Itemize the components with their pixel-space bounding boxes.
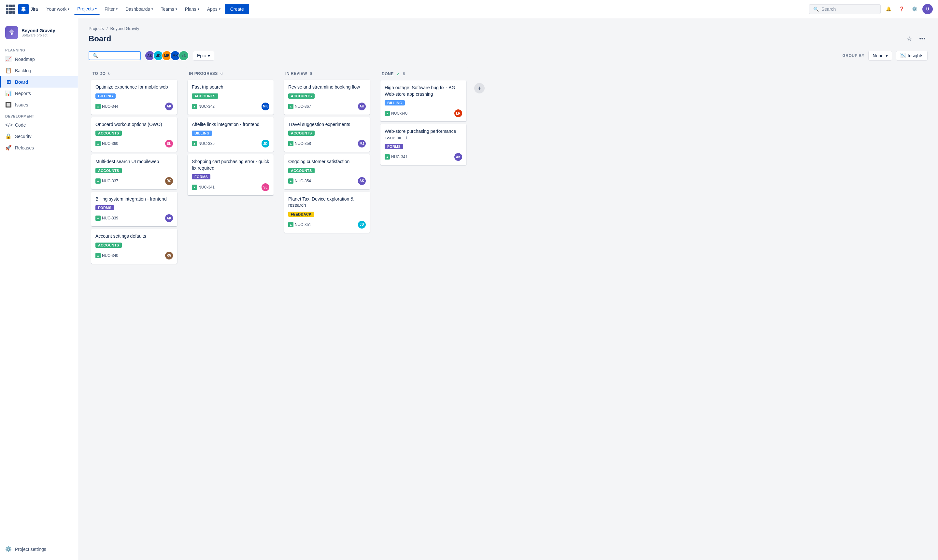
jira-logo[interactable]: Jira <box>18 4 38 14</box>
toolbar-right: GROUP BY None ▾ 📉 Insights <box>842 51 927 60</box>
card-avatar: AK <box>165 103 173 110</box>
board-search-input[interactable] <box>100 53 137 58</box>
sidebar-item-security[interactable]: 🔒 Security <box>0 131 78 142</box>
card-nuc-367[interactable]: Revise and streamline booking flow ACCOU… <box>284 80 370 115</box>
group-by-value: None <box>873 53 883 58</box>
sidebar-item-roadmap[interactable]: 📈 Roadmap <box>0 53 78 65</box>
insights-button[interactable]: 📉 Insights <box>896 51 927 60</box>
card-title: Ongoing customer satisfaction <box>288 158 366 165</box>
nav-teams[interactable]: Teams ▾ <box>158 4 180 14</box>
nav-plans[interactable]: Plans ▾ <box>182 4 203 14</box>
card-tag: ACCOUNTS <box>288 168 315 173</box>
breadcrumb-projects[interactable]: Projects <box>89 26 104 31</box>
card-issue: ▲ NUC-344 <box>95 104 118 109</box>
sidebar-item-backlog[interactable]: 📋 Backlog <box>0 65 78 76</box>
assignee-more[interactable]: +3 <box>179 51 189 61</box>
nav-projects[interactable]: Projects ▾ <box>74 3 100 15</box>
card-title: Shopping cart purchasing error - quick f… <box>192 158 270 171</box>
card-avatar: RG <box>165 177 173 185</box>
card-issue: ▲ NUC-358 <box>288 141 311 146</box>
nav-yourwork[interactable]: Your work ▾ <box>43 4 73 14</box>
issue-icon: ▲ <box>95 141 101 146</box>
more-options-button[interactable]: ••• <box>917 34 927 44</box>
add-column-button[interactable]: + <box>474 83 485 94</box>
card-avatar: SL <box>262 183 270 191</box>
done-check-icon: ✓ <box>396 71 400 77</box>
settings-button[interactable]: ⚙️ <box>909 4 920 14</box>
card-issue: ▲ NUC-340 <box>385 111 407 116</box>
help-button[interactable]: ❓ <box>896 4 907 14</box>
sidebar-item-releases[interactable]: 🚀 Releases <box>0 142 78 153</box>
sidebar-item-code[interactable]: </> Code <box>0 120 78 131</box>
notifications-button[interactable]: 🔔 <box>883 4 894 14</box>
card-nuc-341-done[interactable]: Web-store purchasing performance issue f… <box>380 124 467 165</box>
chevron-down-icon: ▾ <box>95 7 97 11</box>
sidebar-label-project-settings: Project settings <box>15 547 46 552</box>
card-title: Multi-dest search UI mobileweb <box>95 158 173 165</box>
sidebar-item-project-settings[interactable]: ⚙️ Project settings <box>0 543 78 555</box>
card-nuc-340-done[interactable]: High outage: Software bug fix - BG Web-s… <box>380 80 467 122</box>
board-title: Board <box>89 34 111 43</box>
sidebar-item-board[interactable]: ⊞ Board <box>0 76 78 88</box>
issue-id: NUC-339 <box>102 216 118 220</box>
card-nuc-351[interactable]: Planet Taxi Device exploration & researc… <box>284 192 370 233</box>
issue-icon: ▲ <box>95 178 101 184</box>
card-nuc-337[interactable]: Multi-dest search UI mobileweb ACCOUNTS … <box>91 154 177 189</box>
epic-dropdown[interactable]: Epic ▾ <box>193 51 214 60</box>
card-footer: ▲ NUC-344 AK <box>95 103 173 110</box>
board-search[interactable]: 🔍 <box>89 51 141 60</box>
issue-icon: ▲ <box>288 222 293 227</box>
sidebar-item-reports[interactable]: 📊 Reports <box>0 88 78 99</box>
group-by-select[interactable]: None ▾ <box>868 51 892 60</box>
epic-chevron-icon: ▾ <box>208 53 210 58</box>
card-nuc-360[interactable]: Onboard workout options (OWO) ACCOUNTS ▲… <box>91 117 177 152</box>
issue-id: NUC-344 <box>102 104 118 109</box>
card-nuc-358[interactable]: Travel suggestion experiments ACCOUNTS ▲… <box>284 117 370 152</box>
card-avatar: AK <box>165 214 173 222</box>
breadcrumb-project-name[interactable]: Beyond Gravity <box>111 26 139 31</box>
user-avatar[interactable]: U <box>923 4 933 14</box>
card-tag: ACCOUNTS <box>192 94 218 98</box>
card-issue: ▲ NUC-367 <box>288 104 311 109</box>
board-header-actions: ☆ ••• <box>904 34 927 44</box>
card-nuc-354[interactable]: Ongoing customer satisfaction ACCOUNTS ▲… <box>284 154 370 189</box>
project-name: Beyond Gravity <box>22 28 55 33</box>
issue-id: NUC-360 <box>102 141 118 146</box>
sidebar-item-issues[interactable]: 🔲 Issues <box>0 99 78 110</box>
security-icon: 🔒 <box>5 133 12 139</box>
issue-icon: ▲ <box>95 104 101 109</box>
card-issue: ▲ NUC-337 <box>95 178 118 184</box>
nav-filter[interactable]: Filter ▾ <box>101 4 121 14</box>
nav-dashboards[interactable]: Dashboards ▾ <box>122 4 156 14</box>
card-tag: FORMS <box>95 205 114 210</box>
jira-logo-icon <box>18 4 29 14</box>
column-todo-title: TO DO <box>92 71 106 76</box>
card-footer: ▲ NUC-340 LR <box>385 109 462 117</box>
card-tag: ACCOUNTS <box>95 131 122 136</box>
card-title: Web-store purchasing performance issue f… <box>385 128 462 141</box>
search-bar[interactable]: 🔍 Search <box>809 4 881 14</box>
card-nuc-341-ip[interactable]: Shopping cart purchasing error - quick f… <box>188 154 274 195</box>
card-nuc-340-todo[interactable]: Account settings defaults ACCOUNTS ▲ NUC… <box>91 229 177 264</box>
project-settings-icon: ⚙️ <box>5 546 12 552</box>
issue-id: NUC-351 <box>295 222 311 227</box>
card-nuc-335[interactable]: Affelite links integration - frontend BI… <box>188 117 274 152</box>
card-nuc-344[interactable]: Optimize experience for mobile web BILLI… <box>91 80 177 115</box>
create-button[interactable]: Create <box>225 4 249 14</box>
card-title: Onboard workout options (OWO) <box>95 122 173 128</box>
planning-section-label: PLANNING <box>0 44 78 53</box>
star-button[interactable]: ☆ <box>904 34 915 44</box>
card-nuc-339[interactable]: Billing system integration - frontend FO… <box>91 192 177 227</box>
assignee-filter[interactable]: AK JD MB MK +3 <box>145 51 189 61</box>
apps-menu-button[interactable] <box>5 4 15 14</box>
chevron-down-icon: ▾ <box>219 7 220 11</box>
board-header: Board ☆ ••• <box>89 34 927 44</box>
card-nuc-342[interactable]: Fast trip search ACCOUNTS ▲ NUC-342 MK <box>188 80 274 115</box>
chevron-down-icon: ▾ <box>151 7 153 11</box>
issue-id: NUC-342 <box>198 104 215 109</box>
sidebar-label-security: Security <box>15 134 32 139</box>
nav-apps[interactable]: Apps ▾ <box>204 4 224 14</box>
main-content: Projects / Beyond Gravity Board ☆ ••• 🔍 … <box>78 18 938 560</box>
board-columns: TO DO 6 Optimize experience for mobile w… <box>89 68 927 270</box>
card-tag: ACCOUNTS <box>288 131 315 136</box>
